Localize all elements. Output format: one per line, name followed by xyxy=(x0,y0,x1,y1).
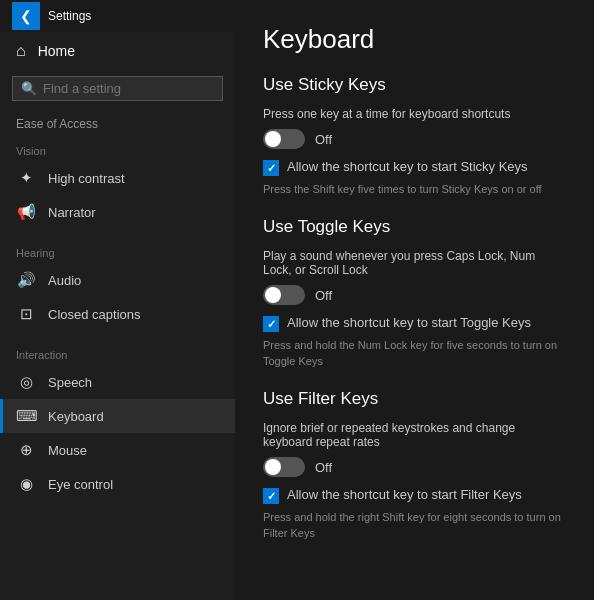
filter-keys-title: Use Filter Keys xyxy=(263,389,566,409)
toggle-keys-toggle-knob xyxy=(265,287,281,303)
toggle-keys-title: Use Toggle Keys xyxy=(263,217,566,237)
sidebar-item-keyboard[interactable]: ⌨ Keyboard xyxy=(0,399,235,433)
filter-keys-description: Ignore brief or repeated keystrokes and … xyxy=(263,421,566,449)
search-icon: 🔍 xyxy=(21,81,37,96)
sticky-keys-description: Press one key at a time for keyboard sho… xyxy=(263,107,566,121)
filter-keys-checkbox[interactable]: ✓ xyxy=(263,488,279,504)
eye-control-icon: ◉ xyxy=(16,475,36,493)
keyboard-icon: ⌨ xyxy=(16,407,36,425)
sticky-keys-toggle-row: Off xyxy=(263,129,566,149)
filter-keys-checkbox-label: Allow the shortcut key to start Filter K… xyxy=(287,487,522,502)
toggle-keys-hint: Press and hold the Num Lock key for five… xyxy=(263,338,566,369)
search-input[interactable] xyxy=(43,81,214,96)
sticky-keys-toggle[interactable] xyxy=(263,129,305,149)
toggle-keys-checkbox-row: ✓ Allow the shortcut key to start Toggle… xyxy=(263,315,566,332)
mouse-icon: ⊕ xyxy=(16,441,36,459)
sticky-keys-title: Use Sticky Keys xyxy=(263,75,566,95)
filter-keys-toggle-row: Off xyxy=(263,457,566,477)
back-button[interactable]: ❮ xyxy=(12,2,40,30)
main-content: Keyboard Use Sticky Keys Press one key a… xyxy=(235,0,594,600)
high-contrast-icon: ✦ xyxy=(16,169,36,187)
toggle-keys-checkbox[interactable]: ✓ xyxy=(263,316,279,332)
sticky-keys-checkbox-label: Allow the shortcut key to start Sticky K… xyxy=(287,159,528,174)
sidebar-item-mouse[interactable]: ⊕ Mouse xyxy=(0,433,235,467)
sticky-keys-hint: Press the Shift key five times to turn S… xyxy=(263,182,566,197)
titlebar: ❮ Settings xyxy=(0,0,235,32)
toggle-keys-check-icon: ✓ xyxy=(267,318,276,331)
filter-keys-toggle-knob xyxy=(265,459,281,475)
nav-label-narrator: Narrator xyxy=(48,205,96,220)
nav-label-high-contrast: High contrast xyxy=(48,171,125,186)
sidebar-item-audio[interactable]: 🔊 Audio xyxy=(0,263,235,297)
nav-label-closed-captions: Closed captions xyxy=(48,307,141,322)
sidebar-item-closed-captions[interactable]: ⊡ Closed captions xyxy=(0,297,235,331)
toggle-keys-toggle-label: Off xyxy=(315,288,332,303)
sticky-keys-toggle-label: Off xyxy=(315,132,332,147)
sticky-keys-check-icon: ✓ xyxy=(267,162,276,175)
filter-keys-checkbox-row: ✓ Allow the shortcut key to start Filter… xyxy=(263,487,566,504)
toggle-keys-description: Play a sound whenever you press Caps Loc… xyxy=(263,249,566,277)
speech-icon: ◎ xyxy=(16,373,36,391)
sidebar-home-label: Home xyxy=(38,43,75,59)
sidebar: ❮ Settings ⌂ Home 🔍 Ease of Access Visio… xyxy=(0,0,235,600)
filter-keys-hint: Press and hold the right Shift key for e… xyxy=(263,510,566,541)
search-box[interactable]: 🔍 xyxy=(12,76,223,101)
closed-captions-icon: ⊡ xyxy=(16,305,36,323)
section-ease-of-access: Ease of Access xyxy=(0,107,235,135)
hearing-label: Hearing xyxy=(0,237,235,263)
sticky-keys-checkbox-row: ✓ Allow the shortcut key to start Sticky… xyxy=(263,159,566,176)
filter-keys-check-icon: ✓ xyxy=(267,490,276,503)
sticky-keys-checkbox[interactable]: ✓ xyxy=(263,160,279,176)
toggle-keys-toggle[interactable] xyxy=(263,285,305,305)
nav-label-speech: Speech xyxy=(48,375,92,390)
sticky-keys-toggle-knob xyxy=(265,131,281,147)
filter-keys-toggle-label: Off xyxy=(315,460,332,475)
titlebar-title: Settings xyxy=(48,9,91,23)
sidebar-item-high-contrast[interactable]: ✦ High contrast xyxy=(0,161,235,195)
toggle-keys-toggle-row: Off xyxy=(263,285,566,305)
toggle-keys-checkbox-label: Allow the shortcut key to start Toggle K… xyxy=(287,315,531,330)
narrator-icon: 📢 xyxy=(16,203,36,221)
nav-label-eye-control: Eye control xyxy=(48,477,113,492)
sidebar-item-eye-control[interactable]: ◉ Eye control xyxy=(0,467,235,501)
audio-icon: 🔊 xyxy=(16,271,36,289)
sidebar-item-narrator[interactable]: 📢 Narrator xyxy=(0,195,235,229)
nav-label-keyboard: Keyboard xyxy=(48,409,104,424)
sidebar-item-speech[interactable]: ◎ Speech xyxy=(0,365,235,399)
nav-label-mouse: Mouse xyxy=(48,443,87,458)
interaction-label: Interaction xyxy=(0,339,235,365)
nav-label-audio: Audio xyxy=(48,273,81,288)
filter-keys-toggle[interactable] xyxy=(263,457,305,477)
page-title: Keyboard xyxy=(263,24,566,55)
sidebar-item-home[interactable]: ⌂ Home xyxy=(0,32,235,70)
home-icon: ⌂ xyxy=(16,42,26,60)
vision-label: Vision xyxy=(0,135,235,161)
